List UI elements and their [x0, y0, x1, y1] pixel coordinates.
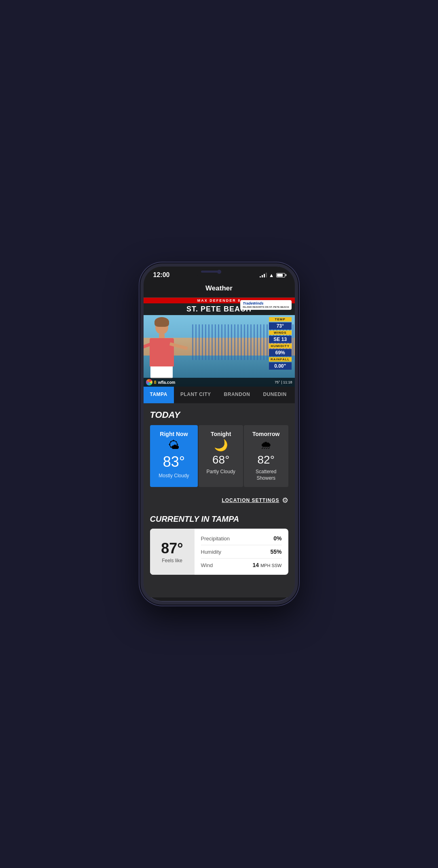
temp-value: 73°: [269, 322, 292, 330]
location-settings-bar[interactable]: LOCATION SETTINGS ⚙: [144, 490, 295, 510]
precipitation-label: Precipitation: [201, 536, 230, 542]
humidity-label: HUMIDITY: [269, 344, 292, 348]
location-settings-text[interactable]: LOCATION SETTINGS: [222, 498, 279, 503]
card-right-now[interactable]: Right Now 🌤 83° Mostly Cloudy: [150, 425, 198, 487]
partly-cloudy-night-icon: 🌙: [214, 440, 228, 451]
rainfall-value: 0.00": [269, 362, 292, 370]
phone-frame: 12:00 ▲ Weather: [140, 263, 298, 605]
nbc-website: wfla.com: [158, 380, 176, 385]
anchor-hair: [154, 317, 169, 327]
detail-row-humidity: Humidity 55%: [201, 545, 282, 559]
precipitation-value: 0%: [273, 535, 281, 542]
wind-unit: MPH SSW: [260, 563, 282, 568]
card-right-now-label: Right Now: [160, 431, 188, 437]
status-time: 12:00: [153, 271, 170, 279]
gear-icon[interactable]: ⚙: [282, 496, 288, 505]
anchor-neck: [159, 334, 165, 338]
currently-card: 87° Feels like Precipitation 0% Humidity…: [150, 529, 288, 575]
nbc-peacock-icon: [146, 379, 152, 385]
signal-bar-4: [266, 273, 267, 277]
humidity-value: 69%: [269, 349, 292, 356]
temp-label: TEMP: [269, 317, 292, 322]
location-tabs[interactable]: TAMPA PLANT CITY BRANDON DUNEDIN PALM HA…: [144, 387, 295, 403]
phone-camera: [217, 270, 221, 274]
currently-title: CURRENTLY IN TAMPA: [150, 514, 288, 524]
card-tomorrow-temp: 82°: [258, 453, 275, 466]
detail-row-wind: Wind 14 MPH SSW: [201, 559, 282, 572]
weather-cards: Right Now 🌤 83° Mostly Cloudy Tonight 🌙 …: [150, 425, 288, 487]
anchor-skirt: [150, 366, 173, 379]
tab-palm-harbor[interactable]: PALM HARBOR: [293, 387, 295, 403]
detail-row-precipitation: Precipitation 0%: [201, 532, 282, 545]
card-right-now-desc: Mostly Cloudy: [159, 473, 189, 479]
battery-icon: [276, 273, 285, 277]
weather-info-box: TEMP 73° WINDS SE 13 HUMIDITY 69% RAINFA…: [269, 317, 292, 370]
card-tomorrow[interactable]: Tomorrow 🌧 82° Scattered Showers: [244, 425, 288, 487]
card-tomorrow-desc: Scattered Showers: [247, 469, 285, 481]
wifi-icon: ▲: [269, 272, 274, 278]
card-tonight-label: Tonight: [211, 431, 231, 437]
winds-value: SE 13: [269, 336, 292, 343]
card-right-now-temp: 83°: [163, 453, 185, 470]
anchor-torso: [150, 338, 174, 366]
rainfall-label: RAINFALL: [269, 357, 292, 362]
wind-label: Wind: [201, 562, 213, 568]
currently-temp-box: 87° Feels like: [150, 529, 195, 575]
nbc-temp-time: 75° | 11:18: [275, 380, 292, 384]
wind-value: 14 MPH SSW: [252, 562, 281, 568]
signal-bar-3: [264, 274, 265, 277]
currently-details: Precipitation 0% Humidity 55% Wind 14 MP…: [195, 529, 288, 575]
humidity-value: 55%: [270, 548, 281, 555]
feels-like-label: Feels like: [162, 558, 182, 563]
phone-notch: [195, 267, 243, 278]
tab-brandon[interactable]: BRANDON: [218, 387, 257, 403]
humidity-label: Humidity: [201, 549, 222, 555]
sponsor-subtitle: ISLAND RESORTS ON ST. PETE BEACH: [243, 306, 289, 309]
sponsor-name: TradeWinds: [243, 301, 289, 306]
weather-banner: MAX DEFENDER 8 ST. PETE BEACH TradeWinds…: [144, 298, 295, 387]
feels-like-temp: 87°: [161, 540, 183, 557]
today-section: TODAY Right Now 🌤 83° Mostly Cloudy Toni…: [144, 403, 295, 490]
tab-dunedin[interactable]: DUNEDIN: [256, 387, 293, 403]
signal-bars-icon: [260, 273, 267, 277]
card-tonight-desc: Partly Cloudy: [206, 469, 235, 475]
anchor-head: [155, 319, 168, 334]
card-tomorrow-label: Tomorrow: [252, 431, 279, 437]
card-tonight-temp: 68°: [212, 453, 229, 466]
battery-fill: [277, 274, 283, 277]
today-title: TODAY: [150, 410, 288, 420]
winds-label: WINDS: [269, 330, 292, 335]
tab-plant-city[interactable]: PLANT CITY: [174, 387, 218, 403]
phone-content[interactable]: Weather: [144, 280, 295, 597]
app-header: Weather: [144, 280, 295, 298]
nbc-station: 8: [154, 380, 157, 385]
status-icons: ▲: [260, 272, 285, 278]
nbc-logo-bar: 8 wfla.com 75° | 11:18: [144, 378, 295, 387]
partly-cloudy-sun-icon: 🌤: [168, 440, 180, 451]
rain-cloud-icon: 🌧: [260, 440, 272, 451]
currently-section: CURRENTLY IN TAMPA 87° Feels like Precip…: [144, 510, 295, 581]
signal-bar-2: [262, 275, 263, 277]
tab-tampa[interactable]: TAMPA: [144, 387, 174, 403]
sponsor-logo: TradeWinds ISLAND RESORTS ON ST. PETE BE…: [240, 300, 291, 310]
anchor-person: [150, 319, 174, 379]
signal-bar-1: [260, 276, 261, 277]
app-header-title: Weather: [205, 284, 233, 292]
card-tonight[interactable]: Tonight 🌙 68° Partly Cloudy: [199, 425, 243, 487]
